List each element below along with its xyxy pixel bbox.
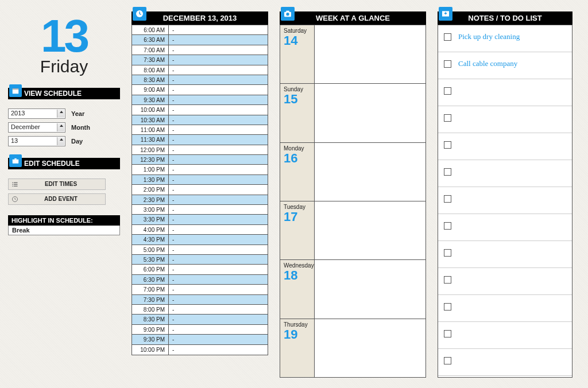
checkbox[interactable] xyxy=(444,222,451,230)
week-day-row[interactable]: Sunday15 xyxy=(280,84,425,142)
schedule-row[interactable]: 9:30 PM- xyxy=(132,335,268,344)
schedule-row[interactable]: 5:00 PM- xyxy=(132,245,268,255)
schedule-cell[interactable]: - xyxy=(169,145,268,154)
week-day-content[interactable] xyxy=(315,25,425,83)
todo-item[interactable] xyxy=(438,322,572,349)
schedule-cell[interactable]: - xyxy=(169,65,268,75)
schedule-row[interactable]: 8:30 AM- xyxy=(132,75,268,85)
schedule-cell[interactable]: - xyxy=(169,265,268,274)
month-spinner[interactable]: December xyxy=(8,122,65,133)
week-day-content[interactable] xyxy=(315,260,425,318)
highlight-input[interactable]: Break xyxy=(8,226,120,235)
schedule-cell[interactable]: - xyxy=(169,195,268,204)
week-day-content[interactable] xyxy=(315,319,425,377)
schedule-cell[interactable]: - xyxy=(169,185,268,194)
schedule-row[interactable]: 1:30 PM- xyxy=(132,175,268,185)
schedule-row[interactable]: 7:00 AM- xyxy=(132,45,268,55)
schedule-cell[interactable]: - xyxy=(169,205,268,214)
schedule-row[interactable]: 2:30 PM- xyxy=(132,195,268,205)
schedule-row[interactable]: 6:00 AM- xyxy=(132,25,268,35)
todo-text[interactable]: Pick up dry cleaning xyxy=(458,32,520,41)
schedule-row[interactable]: 3:00 PM- xyxy=(132,205,268,215)
schedule-cell[interactable]: - xyxy=(169,135,268,144)
week-day-row[interactable]: Thursday19 xyxy=(280,319,425,377)
schedule-cell[interactable]: - xyxy=(169,335,268,344)
checkbox[interactable] xyxy=(444,114,451,122)
checkbox[interactable] xyxy=(444,60,451,68)
schedule-row[interactable]: 8:00 PM- xyxy=(132,305,268,315)
todo-text[interactable]: Call cable company xyxy=(458,59,517,68)
checkbox[interactable] xyxy=(444,249,451,257)
schedule-cell[interactable]: - xyxy=(169,295,268,304)
schedule-row[interactable]: 11:00 AM- xyxy=(132,125,268,135)
schedule-cell[interactable]: - xyxy=(169,285,268,294)
schedule-cell[interactable]: - xyxy=(169,105,268,114)
schedule-row[interactable]: 12:30 PM- xyxy=(132,155,268,165)
schedule-row[interactable]: 8:00 AM- xyxy=(132,65,268,75)
schedule-row[interactable]: 1:00 PM- xyxy=(132,165,268,174)
checkbox[interactable] xyxy=(444,276,451,284)
schedule-row[interactable]: 10:30 AM- xyxy=(132,115,268,125)
week-day-content[interactable] xyxy=(315,143,425,201)
schedule-cell[interactable]: - xyxy=(169,255,268,264)
schedule-cell[interactable]: - xyxy=(169,45,268,55)
checkbox[interactable] xyxy=(444,357,451,364)
checkbox[interactable] xyxy=(444,195,451,203)
checkbox[interactable] xyxy=(444,330,451,337)
schedule-row[interactable]: 4:00 PM- xyxy=(132,225,268,235)
todo-item[interactable] xyxy=(438,349,572,376)
schedule-row[interactable]: 10:00 PM- xyxy=(132,345,268,355)
todo-item[interactable] xyxy=(438,295,572,322)
schedule-cell[interactable]: - xyxy=(169,215,268,224)
todo-item[interactable] xyxy=(438,79,572,106)
schedule-cell[interactable]: - xyxy=(169,125,268,134)
schedule-row[interactable]: 9:00 AM- xyxy=(132,85,268,95)
todo-item[interactable] xyxy=(438,160,572,187)
week-day-row[interactable]: Saturday14 xyxy=(280,25,425,84)
schedule-cell[interactable]: - xyxy=(169,25,268,34)
schedule-row[interactable]: 6:30 PM- xyxy=(132,275,268,285)
schedule-cell[interactable]: - xyxy=(169,75,268,84)
schedule-cell[interactable]: - xyxy=(169,245,268,254)
schedule-row[interactable]: 5:30 PM- xyxy=(132,255,268,265)
schedule-cell[interactable]: - xyxy=(169,345,268,355)
schedule-row[interactable]: 10:00 AM- xyxy=(132,105,268,115)
week-day-content[interactable] xyxy=(315,84,425,142)
schedule-row[interactable]: 2:00 PM- xyxy=(132,185,268,195)
schedule-row[interactable]: 7:00 PM- xyxy=(132,285,268,294)
week-day-row[interactable]: Wednesday18 xyxy=(280,260,425,319)
checkbox[interactable] xyxy=(444,33,451,41)
schedule-cell[interactable]: - xyxy=(169,315,268,324)
schedule-cell[interactable]: - xyxy=(169,275,268,284)
todo-item[interactable] xyxy=(438,106,572,133)
schedule-cell[interactable]: - xyxy=(169,115,268,125)
schedule-cell[interactable]: - xyxy=(169,155,268,164)
schedule-cell[interactable]: - xyxy=(169,95,268,104)
year-spinner[interactable]: 2013 xyxy=(8,108,65,119)
week-day-content[interactable] xyxy=(315,201,425,259)
todo-item[interactable] xyxy=(438,133,572,160)
week-day-row[interactable]: Monday16 xyxy=(280,143,425,201)
schedule-row[interactable]: 7:30 PM- xyxy=(132,295,268,305)
todo-item[interactable] xyxy=(438,187,572,214)
todo-item[interactable]: Pick up dry cleaning xyxy=(438,25,572,52)
checkbox[interactable] xyxy=(444,141,451,149)
schedule-row[interactable]: 9:00 PM- xyxy=(132,325,268,335)
add-event-button[interactable]: ADD EVENT xyxy=(8,193,106,205)
schedule-row[interactable]: 4:30 PM- xyxy=(132,235,268,245)
schedule-row[interactable]: 3:30 PM- xyxy=(132,215,268,224)
schedule-cell[interactable]: - xyxy=(169,85,268,94)
checkbox[interactable] xyxy=(444,303,451,311)
schedule-row[interactable]: 12:00 PM- xyxy=(132,145,268,155)
todo-item[interactable] xyxy=(438,241,572,268)
schedule-row[interactable]: 9:30 AM- xyxy=(132,95,268,105)
schedule-cell[interactable]: - xyxy=(169,235,268,244)
todo-item[interactable]: Call cable company xyxy=(438,52,572,79)
checkbox[interactable] xyxy=(444,87,451,95)
schedule-cell[interactable]: - xyxy=(169,225,268,234)
todo-item[interactable] xyxy=(438,214,572,241)
schedule-row[interactable]: 8:30 PM- xyxy=(132,315,268,324)
schedule-row[interactable]: 6:30 AM- xyxy=(132,35,268,45)
day-spinner[interactable]: 13 xyxy=(8,136,65,146)
schedule-row[interactable]: 7:30 AM- xyxy=(132,55,268,65)
